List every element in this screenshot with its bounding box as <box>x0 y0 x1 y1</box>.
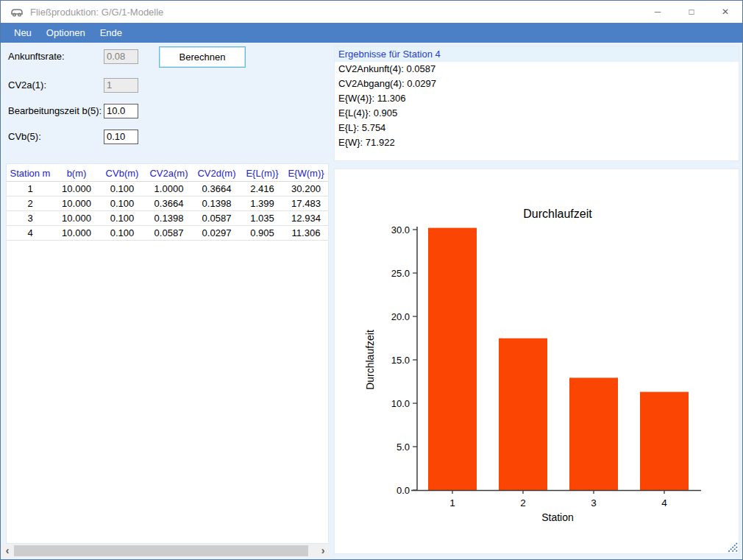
table-header-cell: E{W(m)} <box>284 166 328 181</box>
minimize-button[interactable]: ─ <box>641 1 675 23</box>
window-title: Fließproduktion: G/G/1-Modelle <box>30 7 163 18</box>
close-button[interactable]: ✕ <box>708 1 742 23</box>
cv2a1-row: CV2a(1): <box>8 77 138 93</box>
station-table-panel: Station mb(m)CVb(m)CV2a(m)CV2d(m)E{L(m)}… <box>6 163 329 544</box>
y-tick-label: 25.0 <box>391 268 410 279</box>
table-cell: 0.1398 <box>145 210 193 225</box>
cvb5-input[interactable] <box>104 130 138 144</box>
table-header-cell: Station m <box>7 166 54 181</box>
chart-panel: Durchlaufzeit0.05.010.015.020.025.030.01… <box>334 169 739 554</box>
menu-item-ende[interactable]: Ende <box>93 23 129 43</box>
x-tick-label: 2 <box>520 497 526 508</box>
bar-station-4 <box>640 392 689 490</box>
table-cell: 0.905 <box>241 225 284 240</box>
y-tick-label: 10.0 <box>391 398 410 409</box>
bearbeitungszeit-b5-row: Bearbeitungszeit b(5): <box>8 103 138 118</box>
app-window: Fließproduktion: G/G/1-Modelle ─□✕ NeuOp… <box>0 0 743 560</box>
table-cell: 10.000 <box>54 225 99 240</box>
table-row[interactable]: 310.0000.1000.13980.05871.03512.934 <box>7 210 328 225</box>
table-header-cell: CVb(m) <box>99 166 145 181</box>
berechnen-button[interactable]: Berechnen <box>159 46 246 68</box>
cv2a1-label: CV2a(1): <box>8 79 104 91</box>
app-icon <box>10 6 24 18</box>
cvb5-label: CVb(5): <box>8 131 104 142</box>
y-tick-label: 15.0 <box>391 355 410 366</box>
bar-station-1 <box>428 228 477 490</box>
table-cell: 2.416 <box>241 181 284 196</box>
table-cell: 0.3664 <box>145 196 193 210</box>
scroll-left-icon[interactable]: ‹ <box>1 544 14 557</box>
table-cell: 0.0587 <box>145 225 193 240</box>
x-tick-label: 3 <box>591 497 597 508</box>
menu-item-neu[interactable]: Neu <box>7 23 39 43</box>
content-area: Ankunftsrate:CV2a(1):Bearbeitungszeit b(… <box>1 43 742 559</box>
maximize-icon: □ <box>689 7 694 17</box>
table-cell: 10.000 <box>54 210 99 225</box>
y-axis-label: Durchlaufzeit <box>364 330 376 390</box>
close-icon: ✕ <box>722 7 729 17</box>
result-line: E{W}: 71.922 <box>335 135 739 150</box>
table-cell: 12.934 <box>284 210 328 225</box>
cv2a1-input <box>104 78 138 93</box>
table-cell: 4 <box>7 225 54 240</box>
bar-station-3 <box>569 378 618 490</box>
table-header-cell: CV2d(m) <box>193 166 241 181</box>
table-cell: 3 <box>7 210 54 225</box>
table-cell: 0.100 <box>99 196 145 210</box>
window-controls: ─□✕ <box>641 1 742 23</box>
table-cell: 30.200 <box>284 181 328 196</box>
table-cell: 17.483 <box>284 196 328 210</box>
table-cell: 1 <box>7 181 54 196</box>
durchlaufzeit-chart: Durchlaufzeit0.05.010.015.020.025.030.01… <box>335 169 739 553</box>
menu-item-optionen[interactable]: Optionen <box>39 23 93 43</box>
y-tick-label: 0.0 <box>397 485 410 496</box>
result-line: E{L}: 5.754 <box>335 121 739 135</box>
table-header-cell: CV2a(m) <box>145 166 193 181</box>
x-tick-label: 4 <box>661 497 667 508</box>
table-header-row: Station mb(m)CVb(m)CV2a(m)CV2d(m)E{L(m)}… <box>7 166 328 181</box>
ankunftsrate-row: Ankunftsrate: <box>8 49 138 64</box>
y-tick-label: 5.0 <box>397 442 410 453</box>
table-cell: 0.0297 <box>193 225 241 240</box>
table-cell: 1.0000 <box>145 181 193 196</box>
ankunftsrate-label: Ankunftsrate: <box>8 51 104 62</box>
table-cell: 0.0587 <box>193 210 241 225</box>
maximize-button[interactable]: □ <box>675 1 708 23</box>
bearbeitungszeit-b5-label: Bearbeitungszeit b(5): <box>8 105 104 116</box>
table-row[interactable]: 410.0000.1000.05870.02970.90511.306 <box>7 225 328 240</box>
scrollbar-thumb[interactable] <box>14 545 308 556</box>
table-header-cell: b(m) <box>54 166 99 181</box>
chart-title: Durchlaufzeit <box>523 208 592 220</box>
result-line: E{L(4)}: 0.905 <box>335 106 739 121</box>
table-cell: 0.100 <box>99 181 145 196</box>
station-table: Station mb(m)CVb(m)CV2a(m)CV2d(m)E{L(m)}… <box>7 166 328 241</box>
y-tick-label: 30.0 <box>391 224 410 235</box>
table-cell: 2 <box>7 196 54 210</box>
minimize-icon: ─ <box>655 7 661 17</box>
table-cell: 1.399 <box>241 196 284 210</box>
x-axis-label: Station <box>541 511 574 523</box>
table-row[interactable]: 110.0000.1001.00000.36642.41630.200 <box>7 181 328 196</box>
table-cell: 0.1398 <box>193 196 241 210</box>
table-cell: 10.000 <box>54 181 99 196</box>
table-cell: 0.3664 <box>193 181 241 196</box>
result-line: CV2Ankunft(4): 0.0587 <box>335 62 739 77</box>
result-line: CV2Abgang(4): 0.0297 <box>335 77 739 91</box>
bearbeitungszeit-b5-input[interactable] <box>104 104 138 118</box>
resize-grip-icon[interactable] <box>728 542 738 553</box>
scroll-right-icon[interactable]: › <box>316 544 330 557</box>
horizontal-scrollbar[interactable]: ‹ › <box>1 544 330 557</box>
results-lines: CV2Ankunft(4): 0.0587CV2Abgang(4): 0.029… <box>335 62 739 150</box>
ankunftsrate-input <box>104 49 138 64</box>
bar-station-2 <box>499 339 547 490</box>
menu-bar: NeuOptionenEnde <box>1 23 742 43</box>
result-line: E{W(4)}: 11.306 <box>335 91 739 106</box>
y-tick-label: 20.0 <box>391 311 410 322</box>
table-cell: 1.035 <box>241 210 284 225</box>
table-cell: 0.100 <box>99 225 145 240</box>
table-cell: 10.000 <box>54 196 99 210</box>
table-row[interactable]: 210.0000.1000.36640.13981.39917.483 <box>7 196 328 210</box>
x-tick-label: 1 <box>449 497 455 508</box>
table-cell: 11.306 <box>284 225 328 240</box>
table-header-cell: E{L(m)} <box>241 166 284 181</box>
